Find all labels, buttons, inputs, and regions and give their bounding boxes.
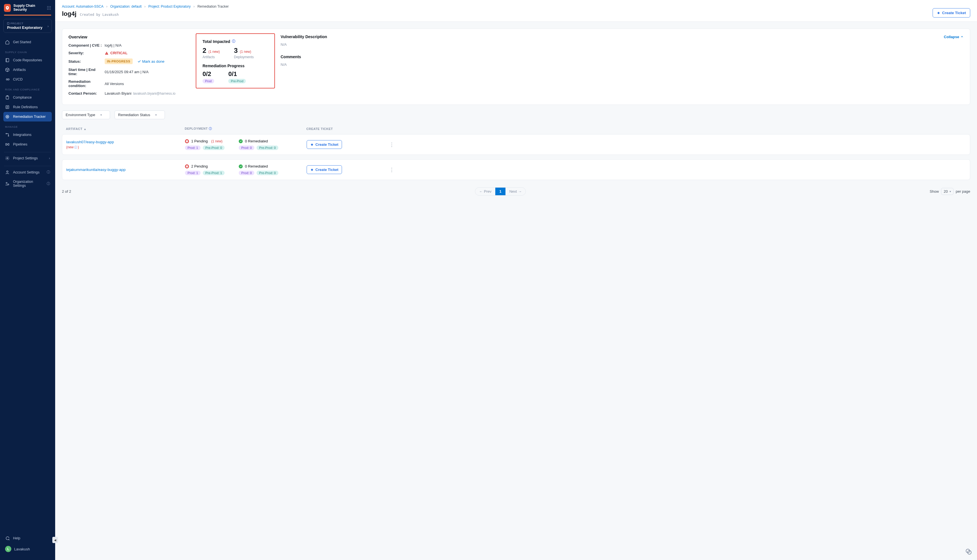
sidebar-collapse-toggle[interactable]: ◀ <box>52 537 58 543</box>
impact-artifacts: 2 (1 new) Artifacts <box>202 47 220 59</box>
svg-point-18 <box>8 136 9 137</box>
svg-point-16 <box>7 116 8 117</box>
svg-point-8 <box>49 9 50 10</box>
chevron-down-icon: ▾ <box>100 113 102 117</box>
artifact-link[interactable]: lavakush07/easy-buggy-app <box>66 140 185 144</box>
nav-compliance[interactable]: Compliance <box>0 93 55 102</box>
col-deployment: DEPLOYMENT ⓘ <box>185 127 238 131</box>
nav-org-settings[interactable]: Organization Settings ⓘ <box>0 177 55 190</box>
deployment-remediated: 0 Remediated <box>239 139 307 143</box>
overview-contact-email: lavakush.biyani@harness.io <box>133 92 176 95</box>
check-circle-icon <box>239 165 243 168</box>
floating-help-icon[interactable] <box>965 548 972 555</box>
table-row: tejakummarikuntla/easy-buggy-app 2 Pendi… <box>62 159 970 180</box>
project-selector[interactable]: PROJECT Product Exploratory › <box>3 19 52 33</box>
pager-prev[interactable]: ←Prev <box>475 188 495 195</box>
svg-point-23 <box>6 182 7 183</box>
breadcrumb-org[interactable]: Organization: default <box>110 5 142 8</box>
vuln-desc-value: N/A <box>281 42 964 47</box>
pager-page-current[interactable]: 1 <box>495 188 505 195</box>
svg-rect-19 <box>6 143 7 145</box>
svg-point-24 <box>8 184 9 185</box>
col-artifact[interactable]: ARTIFACT▲ <box>66 127 185 130</box>
nav-artifacts[interactable]: Artifacts <box>0 65 55 75</box>
chevron-right-icon: › <box>49 156 50 160</box>
nav-remediation-tracker[interactable]: Remediation Tracker <box>3 112 52 122</box>
svg-rect-28 <box>311 143 313 145</box>
svg-point-4 <box>47 8 48 8</box>
filter-environment-type[interactable]: Environment Type ▾ <box>62 110 110 119</box>
comments-value: N/A <box>281 62 964 67</box>
svg-point-22 <box>7 171 8 172</box>
arrow-left-icon: ← <box>479 189 483 193</box>
result-count: 2 of 2 <box>62 189 71 193</box>
sort-asc-icon: ▲ <box>84 127 86 130</box>
info-icon[interactable]: ⓘ <box>209 127 212 130</box>
overview-component-val: log4j | N/A <box>105 43 122 47</box>
cube-icon <box>5 68 10 72</box>
breadcrumb-sep: › <box>106 5 107 8</box>
nav-code-repositories[interactable]: Code Repositories <box>0 55 55 65</box>
overview-status-key: Status: <box>69 59 105 63</box>
impact-title: Total Impacted <box>202 39 230 44</box>
pager-next[interactable]: Next→ <box>505 188 526 195</box>
overview-title: Overview <box>69 35 190 39</box>
breadcrumb-sep: › <box>194 5 195 8</box>
overview-contact-key: Contact Person: <box>69 91 105 95</box>
svg-point-3 <box>50 6 51 7</box>
impact-deployments: 3 (1 new) Deployments <box>234 47 254 59</box>
svg-point-17 <box>6 133 7 134</box>
nav-main: Get Started SUPPLY CHAIN Code Repositori… <box>0 35 55 192</box>
impact-box: Total Impacted ⓘ 2 (1 new) Artifacts 3 (… <box>196 33 275 88</box>
nav-cicd[interactable]: CI/CD <box>0 75 55 84</box>
svg-point-0 <box>7 7 8 8</box>
chevron-up-icon <box>960 35 964 38</box>
overview-cond-val: All Versions <box>105 82 124 86</box>
main: Account: Automation-SSCA › Organization:… <box>55 0 977 560</box>
nav-pipelines[interactable]: Pipelines <box>0 140 55 149</box>
vuln-desc-title: Vulnerability Description <box>281 35 327 39</box>
nav-project-settings[interactable]: Project Settings › <box>0 153 55 163</box>
collapse-link[interactable]: Collapse <box>944 35 964 39</box>
comments-title: Comments <box>281 55 964 59</box>
overview-severity-val: CRITICAL <box>105 51 127 55</box>
overview-severity-key: Severity: <box>69 51 105 55</box>
pill-prod: Prod: 1 <box>185 145 201 150</box>
breadcrumb-project[interactable]: Project: Product Exploratory <box>149 5 191 8</box>
breadcrumb-account[interactable]: Account: Automation-SSCA <box>62 5 104 8</box>
chat-help-icon <box>5 536 10 540</box>
org-icon <box>5 182 10 186</box>
nav-help[interactable]: Help <box>0 533 55 543</box>
col-create-ticket: CREATE TICKET <box>306 127 380 130</box>
svg-rect-26 <box>106 53 107 53</box>
create-ticket-button-row[interactable]: Create Ticket <box>307 165 342 174</box>
artifact-link[interactable]: tejakummarikuntla/easy-buggy-app <box>66 168 185 172</box>
ticket-icon <box>310 143 314 147</box>
svg-point-9 <box>50 9 51 10</box>
nav-get-started[interactable]: Get Started <box>0 37 55 47</box>
per-page-select[interactable]: 20 ▾ <box>941 188 953 195</box>
mark-as-done-link[interactable]: Mark as done <box>137 59 165 63</box>
sidebar-footer: Help L Lavakush <box>0 531 55 560</box>
apps-grid-icon[interactable] <box>47 6 51 10</box>
filter-remediation-status[interactable]: Remediation Status ▾ <box>115 110 165 119</box>
pill-prod: Prod: 1 <box>185 171 201 175</box>
user-row[interactable]: L Lavakush <box>0 543 55 555</box>
overview-card: Overview Component | CVE : log4j | N/A S… <box>62 28 970 105</box>
row-menu-button[interactable]: ⋮ <box>380 167 394 173</box>
svg-point-1 <box>47 6 48 7</box>
gear-icon <box>5 156 10 160</box>
info-icon[interactable]: ⓘ <box>232 39 235 44</box>
create-ticket-button-row[interactable]: Create Ticket <box>307 140 342 149</box>
nav-rule-definitions[interactable]: Rule Definitions <box>0 102 55 112</box>
create-ticket-button-header[interactable]: Create Ticket <box>933 8 970 18</box>
nav-integrations[interactable]: Integrations <box>0 130 55 140</box>
clipboard-icon <box>5 95 10 100</box>
chevron-down-icon: ▾ <box>950 190 951 193</box>
page-title: log4j <box>62 10 76 18</box>
row-menu-button[interactable]: ⋮ <box>380 142 394 148</box>
nav-account-settings[interactable]: Account Settings ⓘ <box>0 167 55 177</box>
breadcrumbs: Account: Automation-SSCA › Organization:… <box>62 5 229 8</box>
info-icon[interactable]: ⓘ <box>74 145 77 150</box>
overview-right: Vulnerability Description Collapse N/A C… <box>281 35 964 67</box>
